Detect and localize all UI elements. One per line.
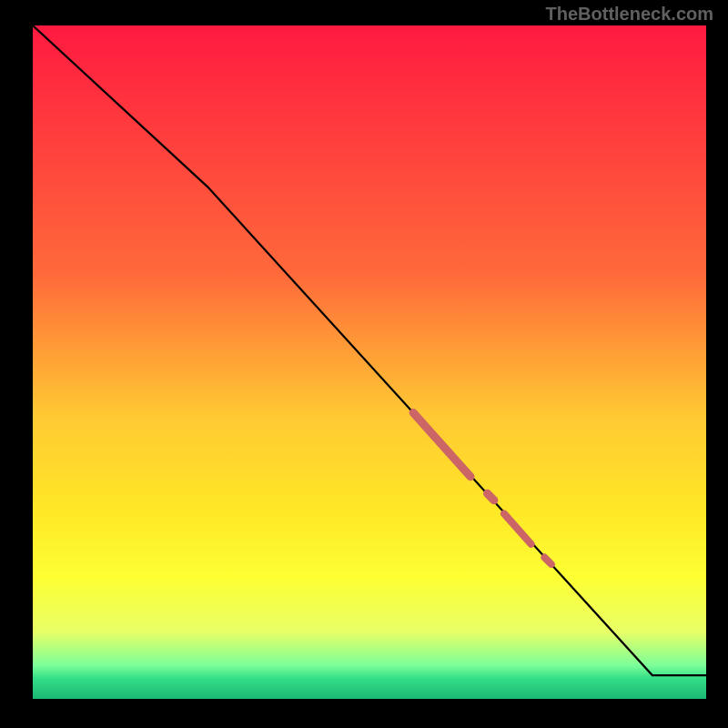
plot-area xyxy=(33,25,706,699)
chart-container: TheBottleneck.com xyxy=(0,0,728,728)
svg-line-3 xyxy=(504,514,531,544)
svg-line-2 xyxy=(488,493,494,500)
chart-overlay xyxy=(33,25,706,699)
svg-line-1 xyxy=(413,413,470,477)
watermark-text: TheBottleneck.com xyxy=(546,4,713,25)
svg-line-4 xyxy=(544,558,551,564)
line-series xyxy=(33,25,706,675)
